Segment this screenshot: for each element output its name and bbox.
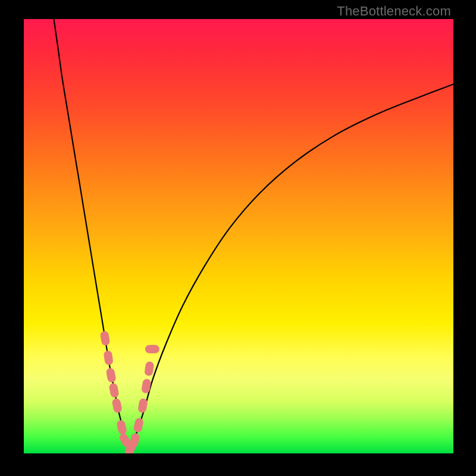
highlight-marker (137, 398, 148, 414)
highlight-marker (133, 417, 144, 433)
highlight-marker (108, 383, 119, 398)
curve-layer (24, 19, 453, 453)
highlighted-points (100, 330, 159, 453)
right-branch-line (129, 84, 453, 454)
highlight-marker (144, 361, 154, 377)
highlight-marker (104, 350, 114, 366)
highlight-marker (145, 345, 159, 353)
plot-area (24, 19, 453, 453)
watermark-text: TheBottleneck.com (337, 4, 451, 19)
highlight-marker (111, 397, 123, 413)
highlight-marker (100, 330, 111, 346)
highlight-marker (141, 378, 152, 394)
highlight-marker (105, 367, 116, 383)
highlight-marker (116, 419, 128, 436)
chart-frame: TheBottleneck.com (0, 0, 476, 476)
